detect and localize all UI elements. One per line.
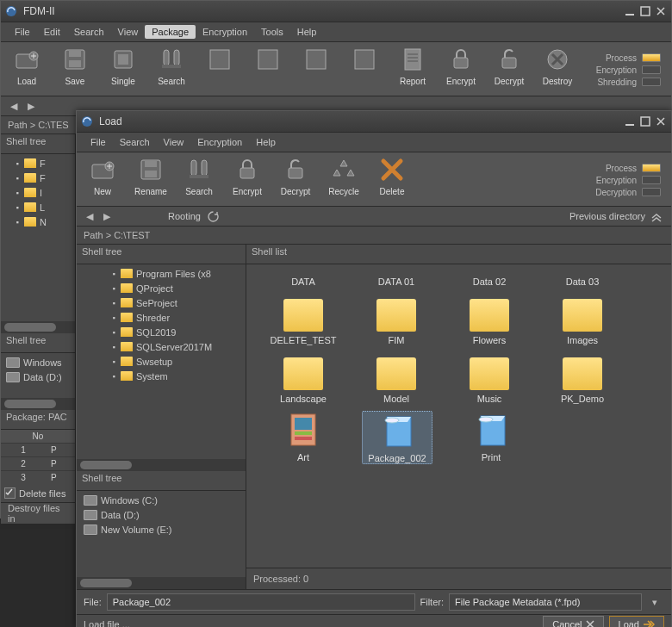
tree-item[interactable]: ▪I (1, 185, 75, 200)
tree-item[interactable]: Data (D:) (1, 369, 75, 384)
tool-rename[interactable]: Rename (130, 154, 171, 206)
tree-2-scrollbar[interactable] (1, 398, 75, 410)
list-item[interactable]: Package_002 (362, 411, 432, 464)
tool-blank[interactable] (344, 44, 385, 96)
list-item[interactable]: FIM (362, 294, 431, 345)
menu-encryption[interactable]: Encryption (196, 25, 254, 39)
tree-item[interactable]: ▪F (1, 156, 75, 171)
dlg-shell-tree-2[interactable]: Windows (C:)Data (D:)New Volume (E:) (77, 491, 246, 577)
tree-item[interactable]: ▪F (1, 171, 75, 185)
tool-decrypt[interactable]: Decrypt (488, 44, 530, 96)
tree-item[interactable]: Windows (1, 355, 75, 369)
expander-icon[interactable]: ▪ (109, 372, 118, 381)
rooting-label[interactable]: Rooting (168, 211, 201, 221)
tool-decrypt[interactable]: Decrypt (275, 154, 316, 206)
close-icon[interactable] (654, 4, 668, 18)
list-item[interactable]: Images (548, 294, 617, 345)
checkbox-icon[interactable] (4, 487, 16, 499)
nav-forward-icon[interactable]: ▶ (23, 99, 39, 113)
expander-icon[interactable]: ▪ (109, 284, 118, 293)
tree-item[interactable]: ▪SQLServer2017M (77, 339, 246, 354)
load-button[interactable]: Load (609, 616, 664, 627)
menu-help[interactable]: Help (290, 25, 324, 39)
dialog-minimize-icon[interactable] (623, 115, 637, 128)
minimize-icon[interactable] (623, 4, 637, 18)
menu-file[interactable]: File (8, 25, 37, 39)
menu-search[interactable]: Search (113, 135, 157, 149)
expander-icon[interactable]: ▪ (13, 218, 22, 227)
table-row[interactable]: 1P (1, 443, 75, 456)
chevron-down-icon[interactable]: ▾ (647, 595, 663, 609)
tree-item[interactable]: ▪N (1, 214, 75, 229)
tree-item[interactable]: ▪SeProject (77, 295, 246, 310)
dlg-tree-2-scrollbar[interactable] (77, 577, 246, 589)
tree-item[interactable]: ▪SQL2019 (77, 325, 246, 339)
menu-view[interactable]: View (157, 135, 191, 149)
expander-icon[interactable]: ▪ (13, 174, 22, 183)
tool-blank[interactable] (247, 44, 289, 96)
list-item[interactable]: Model (362, 352, 431, 404)
tree-item[interactable]: ▪QProject (77, 281, 246, 295)
tree-item[interactable]: New Volume (E:) (77, 522, 246, 537)
tool-single[interactable]: Single (103, 44, 144, 96)
tree-item[interactable]: ▪L (1, 200, 75, 214)
shell-tree-2[interactable]: WindowsData (D:) (1, 353, 75, 398)
file-input[interactable] (107, 593, 415, 611)
expander-icon[interactable]: ▪ (109, 270, 118, 278)
list-item[interactable]: Data 02 (455, 268, 524, 287)
list-item[interactable]: Music (455, 352, 524, 404)
tool-new[interactable]: New (82, 154, 123, 206)
expander-icon[interactable]: ▪ (109, 314, 118, 322)
menu-edit[interactable]: Edit (37, 25, 67, 39)
list-item[interactable]: Flowers (455, 294, 524, 345)
list-item[interactable]: PK_Demo (548, 352, 617, 404)
tool-delete[interactable]: Delete (371, 154, 413, 206)
tool-blank[interactable] (199, 44, 240, 96)
cancel-button[interactable]: Cancel (543, 616, 603, 627)
menu-file[interactable]: File (84, 135, 113, 149)
menu-help[interactable]: Help (249, 135, 283, 149)
list-item[interactable]: Print (457, 411, 526, 464)
list-item[interactable]: Data 03 (548, 268, 617, 287)
dlg-shell-tree-1[interactable]: ▪Program Files (x8▪QProject▪SeProject▪Sh… (77, 264, 246, 459)
tree-item[interactable]: ▪Swsetup (77, 354, 246, 369)
tool-load[interactable]: Load (6, 44, 47, 96)
tree-item[interactable]: Data (D:) (77, 507, 246, 522)
tool-encrypt[interactable]: Encrypt (440, 44, 482, 96)
nav-back-icon[interactable]: ◀ (82, 209, 97, 223)
tool-encrypt[interactable]: Encrypt (227, 154, 268, 206)
list-item[interactable]: DATA 01 (362, 268, 431, 287)
shell-list[interactable]: DATADATA 01Data 02Data 03DELETE_TESTFIMF… (246, 264, 671, 568)
tree-item[interactable]: ▪Shreder (77, 310, 246, 325)
list-item[interactable]: Art (269, 411, 338, 464)
menu-tools[interactable]: Tools (254, 25, 290, 39)
shell-tree-1[interactable]: ▪F▪F▪I▪L▪N (1, 154, 75, 321)
filter-select[interactable]: File Package Metadata (*.fpd) (449, 593, 642, 611)
tree-item[interactable]: Windows (C:) (77, 493, 246, 507)
menu-encryption[interactable]: Encryption (190, 135, 249, 149)
tool-recycle[interactable]: Recycle (323, 154, 364, 206)
tool-destroy[interactable]: Destroy (537, 44, 578, 96)
menu-search[interactable]: Search (67, 25, 111, 39)
maximize-icon[interactable] (638, 4, 652, 18)
tool-search[interactable]: Search (178, 154, 220, 206)
list-item[interactable]: DATA (269, 268, 338, 287)
refresh-icon[interactable] (206, 209, 221, 223)
nav-back-icon[interactable]: ◀ (6, 99, 22, 113)
table-row[interactable]: 2P (1, 456, 75, 470)
chevron-up-icon[interactable] (649, 209, 664, 223)
tool-search[interactable]: Search (151, 44, 192, 96)
prev-dir-label[interactable]: Previous directory (569, 211, 645, 221)
dialog-maximize-icon[interactable] (638, 115, 652, 128)
nav-forward-icon[interactable]: ▶ (99, 209, 115, 223)
expander-icon[interactable]: ▪ (109, 328, 118, 337)
tree-item[interactable]: ▪Program Files (x8 (77, 266, 246, 281)
tool-report[interactable]: Report (392, 44, 433, 96)
list-item[interactable]: Landscape (269, 352, 338, 404)
expander-icon[interactable]: ▪ (13, 159, 22, 168)
expander-icon[interactable]: ▪ (13, 189, 22, 197)
tool-save[interactable]: Save (54, 44, 96, 96)
expander-icon[interactable]: ▪ (13, 203, 22, 212)
expander-icon[interactable]: ▪ (109, 299, 118, 307)
list-item[interactable]: DELETE_TEST (269, 294, 338, 345)
